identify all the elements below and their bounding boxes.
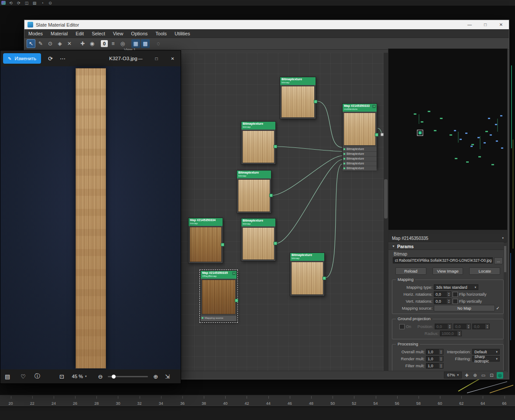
spinner-down-icon[interactable]: ▾ bbox=[448, 327, 452, 329]
output-connector[interactable] bbox=[274, 145, 277, 148]
timeline-tick[interactable]: 66 bbox=[494, 395, 515, 407]
zoom-tool-icon[interactable]: ⊕ bbox=[472, 372, 478, 379]
menu-material[interactable]: Material bbox=[47, 31, 72, 36]
mapping-source-button[interactable]: No Map bbox=[434, 305, 495, 311]
spinner-value[interactable]: 0,0 bbox=[473, 324, 485, 329]
mapping-source-slot[interactable]: Mapping source bbox=[201, 315, 237, 321]
spinner-down-icon[interactable]: ▾ bbox=[439, 359, 443, 361]
show-background-icon[interactable]: ▩ bbox=[141, 39, 150, 48]
material-node-bitmaptexture[interactable]: Bitmaptexture bitmap bbox=[280, 77, 316, 119]
target-icon[interactable]: ⊙ bbox=[48, 0, 53, 5]
menu-select[interactable]: Select bbox=[88, 31, 109, 36]
menu-options[interactable]: Options bbox=[127, 31, 151, 36]
app-launcher-icon[interactable] bbox=[1, 1, 6, 5]
position-x-spinner[interactable]: 0,0▴▾ bbox=[435, 324, 452, 329]
output-connector[interactable] bbox=[269, 194, 273, 197]
pan-tool-icon[interactable]: ✚ bbox=[464, 372, 470, 379]
history-icon[interactable]: ◔ bbox=[40, 0, 45, 5]
spinner-down-icon[interactable]: ▾ bbox=[467, 327, 470, 329]
timeline-tick[interactable]: 26 bbox=[65, 395, 86, 407]
input-connector[interactable] bbox=[343, 158, 345, 160]
close-button[interactable]: ✕ bbox=[493, 20, 509, 29]
horiz-rotations-spinner[interactable]: 0,0 ▴▾ bbox=[434, 291, 451, 297]
position-z-spinner[interactable]: 0,0▴▾ bbox=[472, 324, 490, 329]
timeline-tick[interactable]: 54 bbox=[365, 395, 386, 407]
layout-children-icon[interactable]: ◎ bbox=[118, 39, 127, 48]
timeline-tick[interactable]: 32 bbox=[129, 395, 150, 407]
timeline-tick[interactable]: 40 bbox=[215, 395, 236, 407]
node-thumbnail[interactable] bbox=[242, 130, 275, 163]
filter-mult-spinner[interactable]: 1,0▴▾ bbox=[426, 363, 443, 369]
node-header[interactable]: Bitmaptexture bitmap bbox=[290, 253, 324, 261]
spinner-down-icon[interactable]: ▾ bbox=[457, 334, 461, 336]
more-options-icon[interactable]: ⋯ bbox=[60, 55, 65, 62]
spinner-value[interactable]: 0,0 bbox=[434, 292, 447, 297]
timeline-ruler[interactable]: 2022242628303234363840424446485052545658… bbox=[0, 395, 515, 407]
position-y-spinner[interactable]: 0,0▴▾ bbox=[453, 324, 471, 329]
locate-button[interactable]: Locate bbox=[469, 267, 500, 275]
spinner-down-icon[interactable]: ▾ bbox=[439, 366, 443, 368]
browse-button[interactable]: ... bbox=[494, 257, 503, 264]
input-connector[interactable] bbox=[343, 153, 345, 155]
slate-title-bar[interactable]: Slate Material Editor — □ ✕ bbox=[24, 20, 509, 29]
node-thumbnail[interactable] bbox=[343, 113, 376, 146]
menu-view[interactable]: View bbox=[109, 31, 127, 36]
menu-modes[interactable]: Modes bbox=[24, 31, 47, 36]
mapping-type-dropdown[interactable]: 3ds Max standard ▾ bbox=[434, 284, 478, 290]
output-connector[interactable] bbox=[235, 299, 238, 302]
filtering-dropdown[interactable]: Sharp isotropic ▾ bbox=[472, 356, 500, 362]
flip-vertical-checkbox[interactable] bbox=[453, 299, 458, 304]
show-map-icon[interactable]: ◈ bbox=[55, 39, 64, 48]
node-header[interactable]: Bitmaptexture bitmap bbox=[237, 171, 271, 178]
maximize-button[interactable]: □ bbox=[148, 51, 165, 66]
view-image-button[interactable]: View Image bbox=[433, 267, 464, 275]
input-connector[interactable] bbox=[343, 163, 345, 164]
node-header[interactable]: Bitmaptexture bitmap bbox=[241, 219, 275, 226]
timeline-tick[interactable]: 36 bbox=[172, 395, 193, 407]
radius-spinner[interactable]: 1000,0▴▾ bbox=[440, 331, 462, 336]
gallery-icon[interactable]: ▤ bbox=[5, 373, 10, 380]
node-thumbnail[interactable] bbox=[189, 227, 222, 262]
close-button[interactable]: ✕ bbox=[165, 51, 181, 66]
timeline-tick[interactable]: 50 bbox=[322, 395, 343, 407]
input-slot[interactable]: Bitmaptexture bbox=[343, 151, 377, 156]
timeline-tick[interactable]: 58 bbox=[408, 395, 429, 407]
zoom-out-icon[interactable]: ⊖ bbox=[98, 373, 103, 380]
material-node-bitmaptexture[interactable]: Bitmaptexture bitmap bbox=[241, 121, 276, 164]
node-header[interactable]: Map #2145350335 VRayBitmap − bbox=[201, 271, 237, 279]
window-icon[interactable]: ◫ bbox=[24, 0, 29, 5]
info-icon[interactable]: ⓘ bbox=[34, 372, 40, 380]
ground-on-checkbox[interactable] bbox=[399, 324, 405, 329]
reload-button[interactable]: Reload bbox=[395, 267, 426, 275]
spinner-value[interactable]: 0,0 bbox=[454, 324, 467, 329]
node-thumbnail[interactable] bbox=[281, 86, 315, 118]
edit-button[interactable]: ✎ Изменить bbox=[3, 53, 41, 64]
layout-all-icon[interactable]: ≡ bbox=[109, 39, 117, 48]
maximize-button[interactable]: □ bbox=[477, 20, 493, 29]
spinner-value[interactable]: 1,0 bbox=[426, 349, 439, 354]
zoom-slider[interactable] bbox=[108, 376, 148, 377]
params-scrollbar[interactable] bbox=[504, 242, 507, 371]
parameter-panel-header[interactable]: Map #2145350335 ▾ bbox=[388, 234, 507, 242]
scrollbar-thumb[interactable] bbox=[384, 179, 388, 219]
output-connector[interactable] bbox=[274, 242, 277, 245]
track-bar[interactable] bbox=[0, 406, 515, 420]
spinner-value[interactable]: 1,0 bbox=[426, 356, 439, 361]
photos-title-bar[interactable]: ✎ Изменить ⟳ ⋯ K327-O3.jpg — □ ✕ bbox=[0, 51, 181, 66]
spinner-down-icon[interactable]: ▾ bbox=[485, 327, 489, 329]
zoom-region-icon[interactable]: ▭ bbox=[480, 372, 487, 379]
timeline-tick[interactable]: 42 bbox=[236, 395, 258, 407]
vert-rotations-spinner[interactable]: 0,0 ▴▾ bbox=[434, 298, 451, 304]
spinner-value[interactable]: 0,0 bbox=[434, 299, 447, 304]
assign-material-icon[interactable]: ◉ bbox=[88, 39, 96, 48]
select-tool-icon[interactable]: ↖ bbox=[27, 39, 35, 48]
delete-selected-icon[interactable]: ✕ bbox=[65, 39, 74, 48]
material-node-map-334[interactable]: Map #2145350334 bitmap bbox=[188, 218, 223, 263]
timeline-tick[interactable]: 24 bbox=[43, 395, 64, 407]
spinner-value[interactable]: 1,0 bbox=[426, 363, 439, 368]
render-preview-icon[interactable]: ◌ bbox=[154, 39, 163, 48]
overall-mult-spinner[interactable]: 1,0▴▾ bbox=[426, 349, 443, 355]
params-rollout[interactable]: ▼ Params bbox=[388, 242, 507, 250]
scrollbar-thumb[interactable] bbox=[504, 246, 506, 272]
rotate-icon[interactable]: ⟳ bbox=[48, 55, 53, 62]
